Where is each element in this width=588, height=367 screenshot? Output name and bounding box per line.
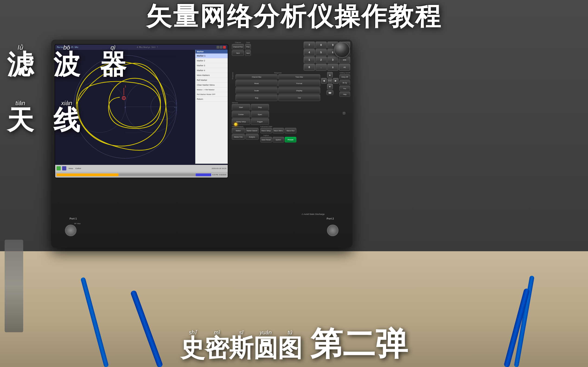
marker-to-ref[interactable]: Marker -> Ref Marker [195, 88, 228, 92]
scale-btn[interactable]: Scale [236, 87, 277, 94]
marker-more[interactable]: More Markers [195, 73, 228, 78]
foc-btn[interactable]: Foc [339, 86, 350, 91]
channel-max-btn[interactable]: Channel Max [236, 74, 277, 79]
key-7[interactable]: 7 [304, 42, 315, 48]
svg-point-9 [123, 98, 124, 99]
rf-max-label: RF Max [74, 223, 81, 225]
key-dot[interactable]: . [316, 64, 327, 71]
meas-btn[interactable]: Meas [236, 80, 277, 87]
macro-setup-btn[interactable]: Macro Setup [260, 128, 272, 133]
freq-display-bar: Marker 1 2.35 GHz 4 Mhz/Analyz Intr ! [55, 45, 228, 50]
port1-label: Port 1 [69, 217, 77, 220]
stimulus-label: Stimulus [232, 102, 350, 103]
key-x1[interactable]: ×1 [339, 64, 350, 71]
lr-nav: ◀▶ [327, 90, 333, 95]
arrow-left-btn[interactable]: ◀ [321, 78, 327, 83]
response-buttons: Response Channel Max Trace Max Meas Form… [236, 72, 320, 101]
stimulus-buttons: Start Stop Center Span Sweep Setup Trigg… [232, 104, 269, 125]
stop-btn[interactable]: Stop [251, 104, 269, 110]
trace-nav: Trace Prev Next [245, 42, 251, 71]
marker-return[interactable]: Return [195, 97, 228, 102]
rotary-knob[interactable] [334, 42, 350, 58]
marker-ref[interactable]: Ref Marker [195, 78, 228, 83]
table-surface [0, 251, 588, 367]
marker-item-3[interactable]: Marker 3 [195, 63, 228, 68]
screen-close[interactable] [223, 46, 226, 49]
key-0[interactable]: 0 [304, 64, 315, 71]
enter-center-btn[interactable]: Enter [328, 78, 332, 83]
trace-max-btn[interactable]: Trace Max [278, 74, 320, 79]
usb-port: ⊡ [343, 111, 346, 115]
port2-connector [327, 225, 338, 236]
arrow-down-btn[interactable]: ▼ [327, 84, 333, 89]
marker-fctn-btn[interactable]: Marker Fctn [232, 134, 245, 140]
ma-buttons: Marker Marker Search Marker Fctn Analysi… [232, 128, 259, 140]
trace-prev-btn[interactable]: Prev [245, 44, 251, 50]
marker-search-btn[interactable]: Marker Search [246, 128, 259, 133]
port2-label: Port 2 [327, 217, 334, 220]
vna-instrument: Marker 1 2.35 GHz 4 Mhz/Analyz Intr ! S1… [51, 39, 352, 248]
marker-item-1[interactable]: Marker 1 [195, 53, 228, 58]
capture-label: Capture [260, 134, 272, 136]
marker-item-4[interactable]: Marker 4 [195, 68, 228, 73]
status-time: 4:23 PM [212, 174, 218, 175]
trigger-btn[interactable]: Trigger [251, 118, 269, 125]
marker-analysis-section: Marker/Analysis Marker Marker Search Mar… [232, 126, 259, 142]
key-1[interactable]: 1 [304, 57, 315, 63]
save-recall-btn[interactable]: Save/ Recall [260, 137, 272, 142]
arrow-right-btn[interactable]: ▶ [333, 78, 338, 83]
svg-text:1: 1 [125, 85, 126, 88]
display-btn[interactable]: Display [278, 87, 320, 94]
span-btn[interactable]: Span [251, 111, 269, 118]
entry-off-btn[interactable]: Entry Off [339, 74, 350, 79]
avg-btn[interactable]: Avg [236, 94, 277, 101]
screen-maximize[interactable] [220, 46, 223, 49]
softkey-section: Softkey On/Off Entry Off Bk Sp Foc Help [339, 72, 350, 97]
analysis-btn[interactable]: Analysis [246, 134, 259, 140]
marker-instrument-row: Marker/Analysis Marker Marker Search Mar… [232, 126, 350, 142]
stimulus-section: Stimulus Start Stop Center Span Sweep Se… [232, 102, 350, 125]
key-5[interactable]: 5 [316, 49, 327, 56]
trace-label: Trace [245, 42, 251, 43]
marker-item-2[interactable]: Marker 2 [195, 58, 228, 63]
key-8[interactable]: 8 [316, 42, 327, 48]
preset-btn[interactable]: Preset [285, 137, 296, 142]
nav-cluster: ▲ ▼ ◀ ▶ Enter ◀▶ [321, 72, 338, 95]
format-btn[interactable]: Format [278, 80, 320, 87]
warning-label: ⚠ Avoid Static Discharge [302, 213, 325, 215]
power-led [234, 123, 237, 126]
key-4[interactable]: 4 [304, 49, 315, 56]
channel-next-btn[interactable]: Next [232, 50, 244, 56]
start-btn[interactable]: Start [232, 104, 250, 110]
marker-panel-title: Marker [195, 50, 228, 53]
smith-chart-svg: 1 -1 +1 0 [55, 50, 195, 164]
center-btn[interactable]: Center [232, 111, 250, 118]
instrument-state-section: Instrument State Macro Setup Macro Menu … [260, 126, 296, 142]
marker-clear[interactable]: Clear Marker Menu [195, 83, 228, 88]
svg-text:0: 0 [125, 106, 126, 108]
channel-prev-btn[interactable]: Channel Prev [232, 44, 244, 50]
screen-minimize[interactable] [216, 46, 219, 49]
marker-ref-mode[interactable]: Ref Marker Mode OFF [195, 92, 228, 97]
macro-menu-btn[interactable]: Macro Menu [273, 128, 284, 133]
port1-connector [65, 225, 77, 236]
system-btn[interactable]: System [273, 137, 284, 142]
vna-screen: Marker 1 2.35 GHz 4 Mhz/Analyz Intr ! S1… [54, 44, 228, 178]
marker-btn[interactable]: Marker [232, 128, 245, 133]
trace-next-btn[interactable]: Next [245, 50, 251, 56]
channel-nav: Channel Channel Prev Next [232, 42, 244, 71]
bk-sp-btn[interactable]: Bk Sp [339, 80, 350, 85]
status-date2: 3/18/2020 [219, 174, 226, 175]
help-btn[interactable]: Help [339, 92, 350, 97]
smith-chart-area: 1 -1 +1 0 [55, 50, 195, 164]
cal-btn[interactable]: Cal [278, 94, 320, 101]
key-pm[interactable]: ± [327, 64, 338, 71]
nav-buttons-row: Channel Channel Prev Next Trace Prev Nex… [232, 42, 350, 71]
arrow-up-btn[interactable]: ▲ [327, 72, 333, 78]
key-2[interactable]: 2 [316, 57, 327, 63]
ma-label: Marker/Analysis [232, 126, 259, 127]
is-label: Instrument State [260, 126, 296, 127]
nav-left-btn[interactable]: ◀▶ [327, 90, 333, 95]
macro-run-btn[interactable]: Macro Run [285, 128, 296, 133]
status-extref: ExtRef [76, 167, 81, 169]
